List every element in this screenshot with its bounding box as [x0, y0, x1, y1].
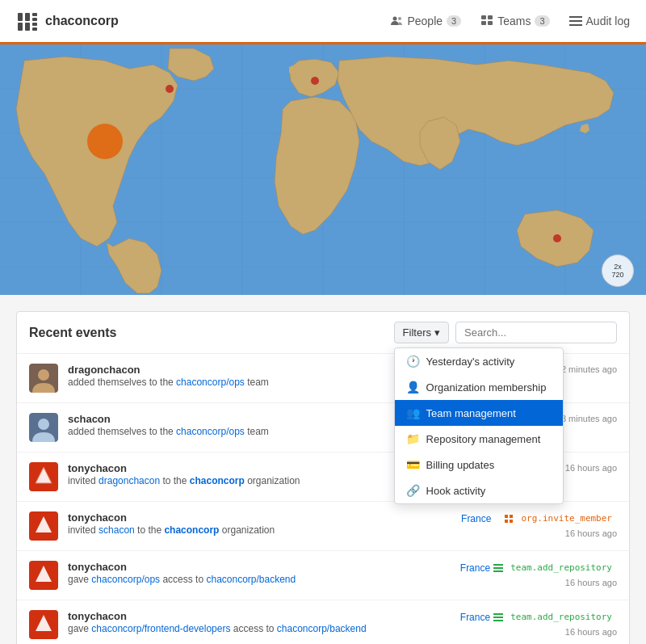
svg-point-37: [38, 419, 49, 430]
people-nav[interactable]: People 3: [390, 15, 461, 27]
map-svg: [0, 44, 646, 295]
svg-rect-54: [493, 613, 503, 615]
audit-label: Audit log: [586, 15, 630, 27]
event-time: 16 hours ago: [565, 627, 617, 637]
filters-button[interactable]: Filters ▾: [394, 322, 449, 343]
event-description: invited schacon to the chaconcorp organi…: [68, 524, 451, 536]
person-icon: 👤: [406, 381, 420, 394]
team-icon: [493, 612, 503, 622]
avatar: [29, 462, 58, 491]
svg-rect-15: [569, 20, 582, 22]
event-time: 16 hours ago: [565, 463, 617, 473]
event-action: team.add_repository: [493, 561, 617, 575]
zoom-value: 2x: [614, 263, 622, 271]
event-action: org.invite_member: [504, 511, 617, 525]
svg-rect-13: [488, 21, 493, 25]
svg-rect-11: [488, 15, 493, 19]
svg-point-30: [87, 124, 123, 159]
event-time: 32 minutes ago: [556, 364, 617, 374]
org-icon: [504, 514, 514, 524]
event-location: France: [460, 612, 490, 623]
event-link[interactable]: dragonchacon: [99, 475, 160, 486]
teams-count: 3: [535, 15, 549, 27]
team-icon: 👥: [406, 406, 420, 419]
header: chaconcorp People 3 Teams 3: [0, 0, 646, 44]
clock-icon: 🕐: [406, 355, 420, 368]
tonychacon-avatar: [29, 610, 58, 639]
event-repo-link[interactable]: chaconcorp/backend: [206, 574, 296, 585]
logo[interactable]: chaconcorp: [16, 10, 119, 32]
svg-point-33: [553, 234, 561, 242]
hook-icon: 🔗: [406, 484, 420, 497]
event-org-link[interactable]: chaconcorp: [164, 524, 219, 536]
svg-rect-5: [32, 18, 37, 21]
teams-label: Teams: [497, 15, 531, 27]
event-link[interactable]: schacon: [99, 524, 135, 536]
events-title: Recent events: [29, 326, 117, 340]
header-nav: People 3 Teams 3 Audit log: [390, 15, 630, 27]
event-body: tonychacon gave chaconcorp/frontend-deve…: [68, 610, 451, 634]
hamburger-icon: [569, 15, 582, 27]
teams-nav[interactable]: Teams 3: [480, 15, 549, 27]
event-org-link[interactable]: chaconcorp: [190, 475, 245, 486]
svg-rect-49: [493, 564, 503, 566]
svg-rect-10: [481, 15, 486, 19]
table-row: tonychacon gave chaconcorp/frontend-deve…: [17, 600, 629, 644]
svg-rect-51: [493, 570, 503, 572]
svg-rect-50: [493, 567, 503, 569]
event-meta: France team.add_repository 16 hours ago: [460, 610, 617, 637]
action-label: org.invite_member: [516, 511, 617, 525]
dragonchacon-avatar: [29, 364, 58, 393]
svg-rect-4: [32, 13, 37, 16]
event-link[interactable]: chaconcorp/ops: [176, 377, 245, 388]
event-body: tonychacon gave chaconcorp/ops access to…: [68, 561, 451, 585]
table-row: tonychacon invited schacon to the chacon…: [17, 502, 629, 551]
filters-label: Filters: [403, 326, 431, 339]
event-time: 16 hours ago: [565, 528, 617, 538]
avatar: [29, 413, 58, 442]
team-icon: [493, 563, 503, 573]
event-meta: France team.add_repository 16 hours ago: [460, 561, 617, 587]
repo-icon: 📁: [406, 432, 420, 445]
svg-rect-44: [510, 515, 513, 518]
avatar: [29, 561, 58, 590]
event-repo-link[interactable]: chaconcorp/backend: [277, 623, 367, 634]
map-zoom: 2x 720: [602, 255, 634, 287]
event-link[interactable]: chaconcorp/ops: [176, 426, 245, 437]
people-label: People: [407, 15, 443, 27]
svg-point-31: [166, 85, 174, 93]
filter-team-management[interactable]: 👥 Team management: [395, 400, 563, 426]
filter-yesterday[interactable]: 🕐 Yesterday's activity: [395, 348, 563, 374]
filter-org-label: Organization membership: [426, 381, 547, 394]
event-link[interactable]: chaconcorp/frontend-developers: [91, 623, 230, 634]
svg-rect-14: [569, 16, 582, 18]
chevron-down-icon: ▾: [434, 326, 440, 339]
filter-repo-management[interactable]: 📁 Repository management: [395, 426, 563, 452]
people-icon: [390, 15, 403, 27]
svg-rect-16: [569, 24, 582, 26]
filter-billing[interactable]: 💳 Billing updates: [395, 452, 563, 478]
filter-org-membership[interactable]: 👤 Organization membership: [395, 374, 563, 400]
event-body: tonychacon invited schacon to the chacon…: [68, 511, 451, 536]
avatar: [29, 511, 58, 541]
svg-rect-2: [25, 13, 30, 21]
filter-billing-label: Billing updates: [426, 459, 495, 471]
events-controls: Filters ▾ 🕐 Yesterday's activity 👤 Organ…: [394, 322, 617, 343]
svg-rect-1: [18, 23, 23, 31]
filter-hook[interactable]: 🔗 Hook activity: [395, 478, 563, 503]
tonychacon-avatar: [29, 511, 58, 541]
filter-hook-label: Hook activity: [426, 485, 486, 497]
logo-icon: [16, 10, 39, 32]
event-location: France: [461, 513, 491, 524]
svg-point-8: [393, 17, 397, 21]
search-input[interactable]: [455, 322, 617, 343]
event-link[interactable]: chaconcorp/ops: [91, 574, 160, 585]
schacon-avatar: [29, 413, 58, 442]
table-row: tonychacon gave chaconcorp/ops access to…: [17, 551, 629, 600]
svg-rect-3: [25, 23, 30, 31]
svg-point-35: [38, 369, 49, 381]
svg-rect-7: [32, 27, 37, 31]
audit-log-nav[interactable]: Audit log: [569, 15, 630, 27]
event-time: 33 minutes ago: [556, 414, 617, 423]
event-username: tonychacon: [68, 561, 451, 573]
